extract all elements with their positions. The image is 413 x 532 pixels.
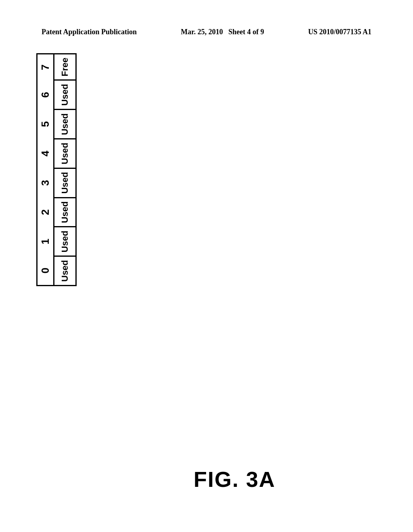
col-num-2: 2 [37,197,54,227]
cell-7: Free [54,54,76,80]
table-wrapper: 0 1 2 3 4 5 6 7 Used Used Used Used Used… [36,93,269,133]
cell-0: Used [54,256,76,286]
cell-3: Used [54,168,76,197]
column-numbers-row: 0 1 2 3 4 5 6 7 [37,54,54,285]
rotated-table-container: 0 1 2 3 4 5 6 7 Used Used Used Used Used… [36,53,77,286]
memory-allocation-table: 0 1 2 3 4 5 6 7 Used Used Used Used Used… [36,53,77,286]
cell-1: Used [54,227,76,256]
figure-area: 0 1 2 3 4 5 6 7 Used Used Used Used Used… [0,81,413,532]
cell-5: Used [54,110,76,139]
publication-number: US 2010/0077135 A1 [308,27,371,37]
col-num-3: 3 [37,168,54,197]
cell-4: Used [54,139,76,168]
publication-title: Patent Application Publication [42,27,137,37]
col-num-0: 0 [37,256,54,286]
publication-date-sheet: Mar. 25, 2010 Sheet 4 of 9 [181,27,264,37]
cell-2: Used [54,197,76,227]
col-num-4: 4 [37,139,54,168]
publication-date: Mar. 25, 2010 Sheet 4 of 9 [181,28,264,36]
col-num-5: 5 [37,110,54,139]
figure-label: FIG. 3A [194,467,275,492]
col-num-7: 7 [37,54,54,80]
cell-status-row: Used Used Used Used Used Used Used Free [54,54,76,285]
page-header: Patent Application Publication Mar. 25, … [0,27,413,37]
col-num-6: 6 [37,80,54,110]
col-num-1: 1 [37,227,54,256]
cell-6: Used [54,80,76,110]
